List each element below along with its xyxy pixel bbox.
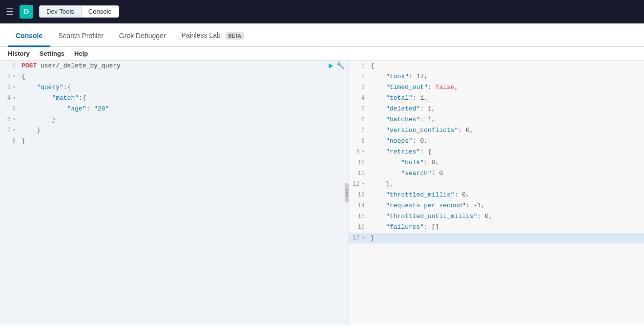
editor-area: 1POST user/_delete_by_query▶🔧2▾{3▾ "quer… [0,61,644,325]
toolbar: History Settings Help [0,47,644,61]
line-number-15: 15 [349,211,369,222]
line-number-16: 16 [349,222,369,233]
fold-arrow-12[interactable]: ▾ [362,179,365,190]
line-number-12: 12▾ [349,179,369,190]
line-number-4: 4▾ [0,93,20,104]
line-number-2: 2▾ [0,71,20,82]
line-content-11: "search": 0 [369,168,644,179]
line-number-1: 1 [349,61,369,71]
line-content-14: "requests_per_second": -1, [369,200,644,211]
code-line-1: 1{ [349,61,644,71]
line-number-4: 4 [349,93,369,104]
left-panel: 1POST user/_delete_by_query▶🔧2▾{3▾ "quer… [0,61,349,325]
line-number-11: 11 [349,168,369,179]
line-content-7: } [20,125,349,136]
line-content-1: { [369,61,644,71]
line-content-6: "batches": 1, [369,114,644,125]
code-line-8: 8 "noops": 0, [349,136,644,147]
line-number-3: 3▾ [0,82,20,93]
code-line-5: 5 "deleted": 1, [349,104,644,114]
breadcrumb-console[interactable]: Console [81,5,119,18]
code-line-9: 9▾ "retries": { [349,147,644,157]
line-content-7: "version_conflicts": 0, [369,125,644,136]
left-editor[interactable]: 1POST user/_delete_by_query▶🔧2▾{3▾ "quer… [0,61,349,147]
tab-console[interactable]: Console [8,26,50,47]
fold-arrow-2[interactable]: ▾ [13,71,16,82]
line-content-2: { [20,71,349,82]
settings-button[interactable]: Settings [40,50,64,57]
line-content-5: "deleted": 1, [369,104,644,114]
code-line-4: 4 "total": 1, [349,93,644,104]
code-line-15: 15 "throttled_until_millis": 0, [349,211,644,222]
right-editor[interactable]: 1{2 "took": 17,3 "timed_out": false,4 "t… [349,61,644,243]
code-line-11: 11 "search": 0 [349,168,644,179]
code-line-14: 14 "requests_per_second": -1, [349,200,644,211]
fold-arrow-9[interactable]: ▾ [362,147,365,157]
line-number-7: 7 [349,125,369,136]
fold-arrow-17[interactable]: ▾ [362,233,365,243]
line-number-7: 7▾ [0,125,20,136]
fold-arrow-7[interactable]: ▾ [13,125,16,136]
wrench-icon[interactable]: 🔧 [336,61,345,71]
line-number-6: 6 [349,114,369,125]
line-content-4: "total": 1, [369,93,644,104]
line-number-8: 8 [0,136,20,147]
code-line-12: 12▾ }, [349,179,644,190]
code-line-17: 17▾} [349,233,644,243]
line-number-3: 3 [349,82,369,93]
tab-bar: Console Search Profiler Grok Debugger Pa… [0,23,644,47]
line-content-12: }, [369,179,644,190]
line-number-2: 2 [349,71,369,82]
line-number-17: 17▾ [349,233,369,243]
code-line-2: 2 "took": 17, [349,71,644,82]
line-number-14: 14 [349,200,369,211]
code-line-7: 7▾ } [0,125,349,136]
tab-grok-debugger[interactable]: Grok Debugger [111,26,174,47]
line-content-10: "bulk": 0, [369,157,644,168]
code-line-3: 3 "timed_out": false, [349,82,644,93]
code-line-6: 6 "batches": 1, [349,114,644,125]
app-avatar: D [20,5,33,19]
line-number-1: 1 [0,61,20,71]
code-line-8: 8} [0,136,349,147]
line-number-6: 6▾ [0,114,20,125]
line-content-2: "took": 17, [369,71,644,82]
line-content-8: } [20,136,349,147]
code-line-3: 3▾ "query":{ [0,82,349,93]
fold-arrow-3[interactable]: ▾ [13,82,16,93]
resize-handle[interactable] [345,183,349,202]
code-line-6: 6▾ } [0,114,349,125]
breadcrumb: Dev Tools Console [39,5,119,18]
code-line-16: 16 "failures": [] [349,222,644,233]
right-panel: 1{2 "took": 17,3 "timed_out": false,4 "t… [349,61,644,325]
tab-search-profiler[interactable]: Search Profiler [50,26,111,47]
code-line-1: 1POST user/_delete_by_query▶🔧 [0,61,349,71]
history-button[interactable]: History [8,50,30,57]
line-content-15: "throttled_until_millis": 0, [369,211,644,222]
fold-arrow-6[interactable]: ▾ [13,114,16,125]
beta-badge: BETA [226,32,244,40]
fold-arrow-4[interactable]: ▾ [13,93,16,104]
line-number-13: 13 [349,190,369,200]
top-bar: ☰ D Dev Tools Console [0,0,644,23]
breadcrumb-devtools[interactable]: Dev Tools [39,5,81,18]
line-number-5: 5 [0,104,20,114]
line-number-5: 5 [349,104,369,114]
code-line-13: 13 "throttled_millis": 0, [349,190,644,200]
code-line-7: 7 "version_conflicts": 0, [349,125,644,136]
line-number-8: 8 [349,136,369,147]
line-content-5: "age": "20" [20,104,349,114]
run-button[interactable]: ▶ [329,61,333,71]
code-line-2: 2▾{ [0,71,349,82]
tab-painless-lab[interactable]: Painless Lab BETA [174,25,252,47]
line-content-17: } [369,233,644,243]
code-line-5: 5 "age": "20" [0,104,349,114]
line-actions: ▶🔧 [329,61,349,71]
line-content-13: "throttled_millis": 0, [369,190,644,200]
help-button[interactable]: Help [74,50,88,57]
line-content-1: POST user/_delete_by_query [20,61,329,71]
line-content-16: "failures": [] [369,222,644,233]
line-content-4: "match":{ [20,93,349,104]
line-content-9: "retries": { [369,147,644,157]
hamburger-icon[interactable]: ☰ [6,6,14,17]
